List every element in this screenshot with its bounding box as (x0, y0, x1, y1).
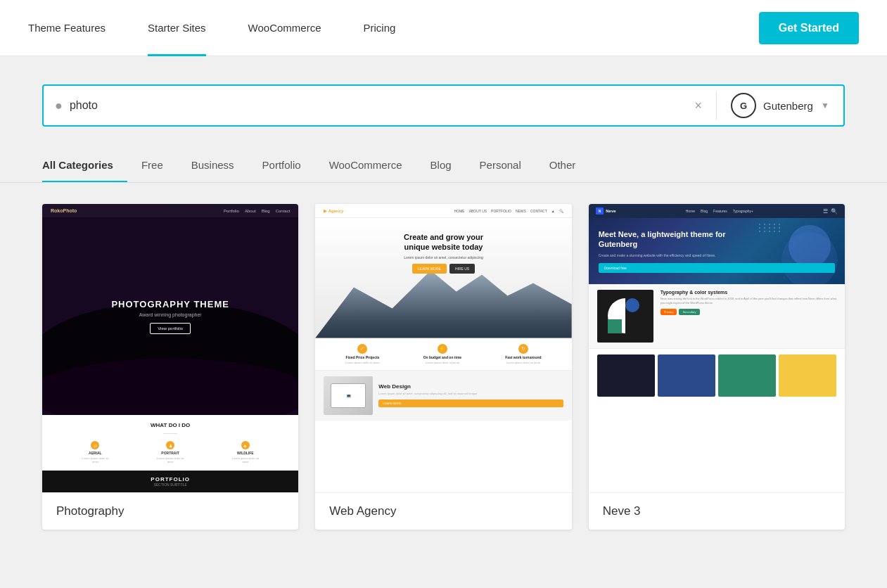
nav-label: Starter Sites (148, 22, 206, 34)
neve-hero: Meet Neve, a lightweight theme for Guten… (589, 218, 845, 284)
template-card-neve[interactable]: N Neve Home Blog Features Typography+ ☰ … (589, 204, 845, 530)
agency-nav-links: HOME ABOUT US PORTFOLIO NEWS CONTACT ▲ 🔍 (454, 209, 563, 213)
agency-webdesign: 💻 Web Design Lorem ipsum dolor sit amet,… (315, 371, 571, 421)
photo-nav: RokoPhoto Portfolio About Blog Contact (42, 204, 298, 217)
neve-nav: N Neve Home Blog Features Typography+ ☰ … (589, 204, 845, 218)
neve-colors (589, 349, 845, 492)
category-business[interactable]: Business (177, 148, 248, 182)
nav-theme-features[interactable]: Theme Features (28, 0, 127, 56)
nav-label: Pricing (364, 22, 396, 34)
nav-woocommerce[interactable]: WooCommerce (227, 0, 343, 56)
template-card-photography[interactable]: RokoPhoto Portfolio About Blog Contact P… (42, 204, 298, 530)
category-personal[interactable]: Personal (466, 148, 535, 182)
card-title-photography: Photography (42, 492, 298, 530)
search-left: ● × (44, 86, 716, 125)
category-label: Business (191, 159, 234, 171)
category-label: WooCommerce (329, 159, 402, 171)
nav-starter-sites[interactable]: Starter Sites (127, 0, 227, 56)
dropdown-arrow-icon: ▼ (821, 101, 829, 110)
photo-nav-links: Portfolio About Blog Contact (224, 209, 290, 213)
neve-typography: Typography & color systems Neve was amon… (589, 284, 845, 349)
agency-brand: ▶ Agency (324, 208, 343, 213)
categories-bar: All Categories Free Business Portfolio W… (0, 148, 887, 183)
agency-nav: ▶ Agency HOME ABOUT US PORTFOLIO NEWS CO… (315, 204, 571, 218)
agency-features: ✓ Fixed Price Projects Lorem ipsum dolor… (315, 338, 571, 371)
template-card-web-agency[interactable]: ▶ Agency HOME ABOUT US PORTFOLIO NEWS CO… (315, 204, 571, 530)
nav-items: Theme Features Starter Sites WooCommerce… (28, 0, 759, 56)
templates-grid-section: RokoPhoto Portfolio About Blog Contact P… (0, 183, 887, 551)
clear-search-button[interactable]: × (691, 96, 705, 116)
nav-label: WooCommerce (248, 22, 321, 34)
agency-preview: ▶ Agency HOME ABOUT US PORTFOLIO NEWS CO… (315, 204, 571, 492)
category-free[interactable]: Free (127, 148, 177, 182)
templates-grid: RokoPhoto Portfolio About Blog Contact P… (42, 204, 845, 530)
card-preview-photography: RokoPhoto Portfolio About Blog Contact P… (42, 204, 298, 492)
category-label: Portfolio (262, 159, 301, 171)
category-other[interactable]: Other (535, 148, 590, 182)
search-icon: ● (55, 98, 63, 113)
photography-preview: RokoPhoto Portfolio About Blog Contact P… (42, 204, 298, 492)
category-label: Personal (480, 159, 521, 171)
builder-selector[interactable]: G Gutenberg ▼ (717, 86, 843, 125)
category-portfolio[interactable]: Portfolio (248, 148, 315, 182)
neve-preview: N Neve Home Blog Features Typography+ ☰ … (589, 204, 845, 492)
search-section: ● × G Gutenberg ▼ (0, 56, 887, 148)
photo-lower: WHAT DO I DO ———— ⊙ AERIAL Lorem ipsum d… (42, 415, 298, 471)
category-label: Free (141, 159, 163, 171)
builder-label: Gutenberg (763, 100, 814, 112)
card-preview-agency: ▶ Agency HOME ABOUT US PORTFOLIO NEWS CO… (315, 204, 571, 492)
search-bar: ● × G Gutenberg ▼ (42, 84, 845, 127)
main-nav: Theme Features Starter Sites WooCommerce… (0, 0, 887, 56)
category-label: Blog (430, 159, 452, 171)
photo-portfolio-bar: PORTFOLIO SECTION SUBTITLE (42, 471, 298, 492)
nav-pricing[interactable]: Pricing (343, 0, 417, 56)
category-all-categories[interactable]: All Categories (42, 148, 127, 182)
card-preview-neve: N Neve Home Blog Features Typography+ ☰ … (589, 204, 845, 492)
photo-brand: RokoPhoto (51, 208, 77, 213)
get-started-button[interactable]: Get Started (759, 12, 859, 44)
agency-hero: Create and grow yourunique website today… (315, 218, 571, 338)
card-title-web-agency: Web Agency (315, 492, 571, 530)
category-label: Other (549, 159, 576, 171)
card-title-neve: Neve 3 (589, 492, 845, 530)
nav-label: Theme Features (28, 22, 106, 34)
gutenberg-logo: G (731, 93, 756, 118)
category-woocommerce[interactable]: WooCommerce (315, 148, 416, 182)
category-blog[interactable]: Blog (416, 148, 466, 182)
category-label: All Categories (42, 159, 113, 171)
search-input[interactable] (70, 99, 692, 112)
photo-hero: PHOTOGRAPHY THEME Award winning photogra… (42, 217, 298, 415)
